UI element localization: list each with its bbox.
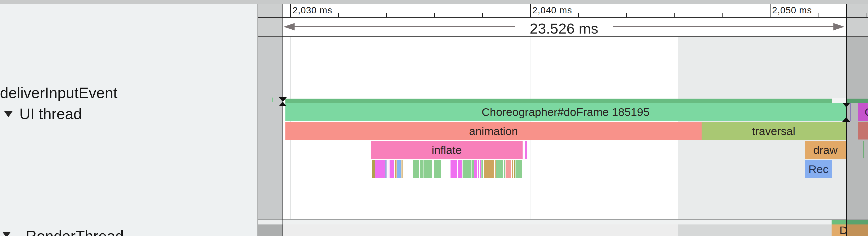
event-rec[interactable]: Rec (805, 160, 832, 178)
ruler-separator (258, 17, 868, 18)
ruler-minor-tick (722, 13, 722, 17)
green-dash (272, 97, 273, 102)
ruler-minor-tick (386, 13, 387, 17)
trace-sliver[interactable] (482, 160, 483, 178)
trace-sliver[interactable] (395, 160, 397, 178)
event-inflate[interactable]: inflate (371, 141, 523, 159)
event-draw-label: draw (813, 144, 838, 156)
event-next-frame-clipped-label: C (858, 106, 868, 119)
trace-sliver[interactable] (413, 160, 419, 178)
trace-sliver[interactable] (390, 160, 394, 178)
event-label-deliverinputevent: deliverInputEvent (0, 84, 117, 101)
trace-sliver[interactable] (472, 160, 474, 178)
ruler-minor-tick (674, 13, 675, 17)
event-draw[interactable]: draw (805, 141, 846, 159)
gutter-render-bottom (258, 225, 282, 236)
trace-sliver[interactable] (372, 160, 375, 178)
ruler-minor-tick (818, 13, 818, 17)
trace-sliver[interactable] (514, 160, 515, 178)
left-handle-top-icon[interactable] (279, 97, 287, 102)
trace-sliver[interactable] (385, 160, 386, 178)
trace-sliver[interactable] (389, 160, 390, 178)
ruler-minor-tick (626, 13, 627, 17)
sidebar-item-ui-thread[interactable]: UI thread (20, 105, 82, 122)
frame-strip-dim[interactable] (847, 98, 868, 103)
event-inflate-tail-sliver[interactable] (525, 141, 527, 159)
event-inflate-label: inflate (432, 144, 462, 156)
trace-sliver[interactable] (451, 160, 457, 178)
trace-sliver[interactable] (484, 160, 494, 178)
frame-strip-gap (832, 98, 846, 103)
frame-strip[interactable] (285, 98, 832, 103)
trace-sliver[interactable] (504, 160, 505, 178)
gutter-render-top (258, 220, 282, 225)
green-marker (863, 141, 864, 158)
event-traversal[interactable]: traversal (702, 122, 846, 140)
render-track-main-lane-shaded (678, 225, 846, 236)
ruler-right-dim (847, 4, 868, 37)
top-bar (0, 0, 868, 4)
trace-sliver[interactable] (516, 160, 522, 178)
event-choreographer-doframe[interactable]: Choreographer#doFrame 185195 (285, 103, 846, 121)
renderthread-collapse-icon[interactable] (2, 232, 11, 236)
gutter-chart (258, 37, 282, 219)
right-handle-top-icon[interactable] (842, 103, 850, 107)
trace-sliver[interactable] (402, 160, 403, 178)
trace-sliver[interactable] (388, 160, 389, 178)
measure-arrow-right-icon (833, 23, 844, 30)
trace-sliver[interactable] (474, 160, 477, 178)
event-rec-label: Rec (808, 163, 829, 176)
trace-sliver[interactable] (495, 160, 496, 178)
ruler-major-tick (290, 4, 291, 17)
ruler-minor-tick (866, 13, 866, 17)
trace-sliver[interactable] (458, 160, 462, 178)
measure-arrow-left-icon (284, 23, 294, 30)
selection-left-line[interactable] (282, 4, 283, 236)
ruler-minor-tick (338, 13, 339, 17)
profiler-trace-window: 2,030 ms2,040 ms2,050 ms Choreographer#d… (0, 0, 868, 236)
event-drawframe-dim[interactable] (847, 225, 868, 236)
event-traversal-label: traversal (752, 125, 796, 138)
ruler-minor-tick (482, 13, 483, 17)
event-animation[interactable]: animation (285, 122, 702, 140)
trace-sliver[interactable] (378, 160, 385, 178)
render-track-main-lane (283, 225, 678, 236)
measure-line-left (286, 26, 515, 27)
trace-sliver[interactable] (463, 160, 471, 178)
trace-sliver[interactable] (480, 160, 480, 178)
ruler-tick-label: 2,040 ms (532, 5, 572, 16)
ruler-tick-label: 2,050 ms (772, 5, 812, 16)
event-drawframe[interactable]: DrawF (832, 225, 846, 236)
ruler-minor-tick (578, 13, 579, 17)
trace-sliver[interactable] (420, 160, 424, 178)
ruler-major-tick (770, 4, 771, 17)
ruler-tick-label: 2,030 ms (292, 5, 332, 16)
ui-thread-collapse-icon[interactable] (4, 111, 12, 117)
event-choreographer-doframe-label: Choreographer#doFrame 185195 (482, 106, 650, 119)
sidebar-item-renderthread[interactable]: RenderThread (26, 227, 124, 236)
ruler-major-tick (530, 4, 531, 17)
measure-line-right (613, 26, 843, 27)
trace-sliver[interactable] (424, 160, 432, 178)
ruler-minor-tick (434, 13, 435, 17)
event-animation-label: animation (469, 125, 518, 138)
right-handle-bottom-icon[interactable] (842, 117, 850, 122)
gutter-ruler (258, 4, 282, 37)
trace-sliver[interactable] (505, 160, 511, 178)
left-handle-bottom-icon[interactable] (279, 102, 287, 106)
trace-sliver[interactable] (434, 160, 441, 178)
event-next-animation-clipped[interactable] (858, 122, 868, 140)
trace-sliver[interactable] (496, 160, 503, 178)
trace-sliver[interactable] (397, 160, 401, 178)
trace-sliver[interactable] (478, 160, 479, 178)
render-track-separator (258, 219, 868, 220)
render-track-top-lane (283, 220, 846, 225)
event-next-frame-clipped[interactable]: C (858, 103, 868, 121)
selection-duration-label: 23.526 ms (498, 20, 629, 37)
trace-sliver[interactable] (513, 160, 513, 178)
trace-sliver[interactable] (375, 160, 378, 178)
